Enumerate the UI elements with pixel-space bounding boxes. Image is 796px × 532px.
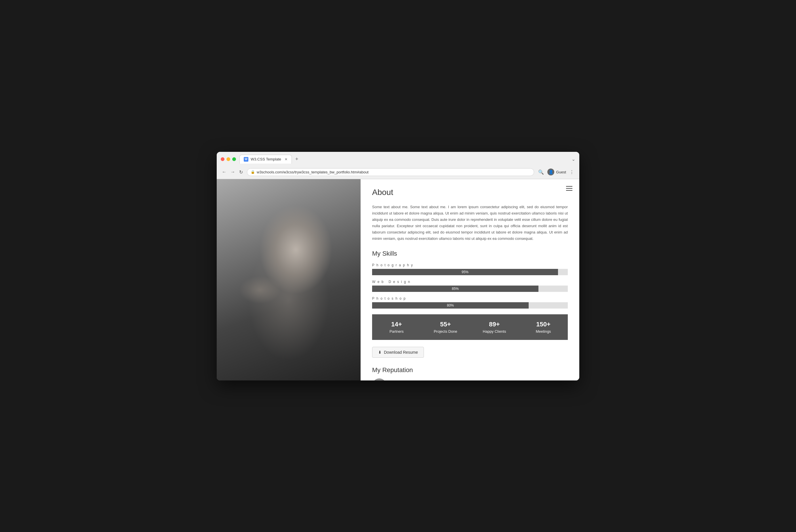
close-button[interactable] <box>221 157 224 161</box>
lock-icon: 🔒 <box>251 170 255 174</box>
browser-chrome: W W3.CSS Template ✕ + ⌄ ← → ↻ 🔒 w3school… <box>217 152 579 179</box>
browser-actions: 🔍 👤 Guest ⋮ <box>537 168 575 176</box>
stat-partners-label: Partners <box>375 329 418 334</box>
maximize-button[interactable] <box>232 157 236 161</box>
search-button[interactable]: 🔍 <box>537 168 545 176</box>
skill-photoshop-bar-fill: 80% <box>372 302 529 308</box>
skill-webdesign-label: W e b D e s i g n <box>372 280 568 284</box>
hamburger-line-1 <box>566 186 572 187</box>
profile-name: Guest <box>556 170 566 174</box>
skill-photography-bar-fill: 95% <box>372 269 558 275</box>
portrait-image <box>217 179 360 380</box>
stat-projects: 55+ Projects Done <box>421 314 470 340</box>
more-button[interactable]: ⋮ <box>568 168 575 176</box>
content-panel: About Some text about me. Some text abou… <box>360 179 579 380</box>
browser-window: W W3.CSS Template ✕ + ⌄ ← → ↻ 🔒 w3school… <box>217 152 579 380</box>
reputation-title: My Reputation <box>372 366 568 374</box>
tab-close-button[interactable]: ✕ <box>284 157 288 161</box>
new-tab-button[interactable]: + <box>293 155 301 163</box>
about-title: About <box>372 188 568 197</box>
skill-photography-label: P h o t o g r a p h y <box>372 263 568 267</box>
skills-title: My Skills <box>372 250 568 258</box>
browser-titlebar: W W3.CSS Template ✕ + ⌄ <box>217 152 579 167</box>
minimize-button[interactable] <box>226 157 230 161</box>
page-content: About Some text about me. Some text abou… <box>217 179 579 380</box>
profile-avatar-icon: 👤 <box>548 169 554 175</box>
back-button[interactable]: ← <box>221 168 228 176</box>
reload-button[interactable]: ↻ <box>238 168 244 176</box>
skill-photography: P h o t o g r a p h y 95% <box>372 263 568 275</box>
main-content-area: About Some text about me. Some text abou… <box>360 179 579 380</box>
download-label: Download Resume <box>384 350 418 355</box>
tab-bar: W W3.CSS Template ✕ + ⌄ <box>239 155 575 164</box>
skill-webdesign-bar-fill: 85% <box>372 286 538 292</box>
stat-meetings-label: Meetings <box>522 329 565 334</box>
stat-meetings-number: 150+ <box>522 321 565 328</box>
hamburger-line-2 <box>566 188 572 189</box>
stat-clients: 89+ Happy Clients <box>470 314 519 340</box>
reputation-avatar <box>372 378 387 380</box>
portrait-panel <box>217 179 360 380</box>
skill-photoshop: P h o t o s h o p 80% <box>372 297 568 308</box>
skill-photoshop-bar-bg: 80% <box>372 302 568 308</box>
browser-addressbar: ← → ↻ 🔒 w3schools.com/w3css/tryw3css_tem… <box>217 167 579 179</box>
traffic-lights <box>221 157 236 161</box>
forward-button[interactable]: → <box>229 168 236 176</box>
nav-buttons: ← → ↻ <box>221 168 244 176</box>
avatar-image <box>372 378 387 380</box>
tab-label: W3.CSS Template <box>251 157 281 161</box>
stat-clients-label: Happy Clients <box>473 329 516 334</box>
stat-projects-number: 55+ <box>424 321 467 328</box>
stat-partners: 14+ Partners <box>372 314 421 340</box>
download-resume-button[interactable]: ⬇ Download Resume <box>372 347 424 358</box>
skill-webdesign: W e b D e s i g n 85% <box>372 280 568 292</box>
active-tab[interactable]: W W3.CSS Template ✕ <box>239 155 292 164</box>
stat-partners-number: 14+ <box>375 321 418 328</box>
skill-photography-bar-bg: 95% <box>372 269 568 275</box>
url-bar[interactable]: 🔒 w3schools.com/w3css/tryw3css_templates… <box>247 168 534 176</box>
hamburger-line-3 <box>566 190 572 191</box>
stat-clients-number: 89+ <box>473 321 516 328</box>
tab-favicon: W <box>244 157 248 162</box>
skill-photoshop-label: P h o t o s h o p <box>372 297 568 301</box>
download-icon: ⬇ <box>378 350 382 355</box>
stat-meetings: 150+ Meetings <box>519 314 568 340</box>
stats-row: 14+ Partners 55+ Projects Done 89+ Happy… <box>372 314 568 340</box>
profile-button[interactable]: 👤 Guest <box>548 169 566 175</box>
tab-menu-button[interactable]: ⌄ <box>572 156 575 162</box>
portrait-background <box>217 179 360 380</box>
url-text: w3schools.com/w3css/tryw3css_templates_b… <box>257 170 369 174</box>
about-text: Some text about me. Some text about me. … <box>372 204 568 242</box>
skill-webdesign-bar-bg: 85% <box>372 286 568 292</box>
hamburger-menu-button[interactable] <box>565 185 574 192</box>
stat-projects-label: Projects Done <box>424 329 467 334</box>
reputation-preview: Chandler Bing Web Designer <box>372 378 568 380</box>
